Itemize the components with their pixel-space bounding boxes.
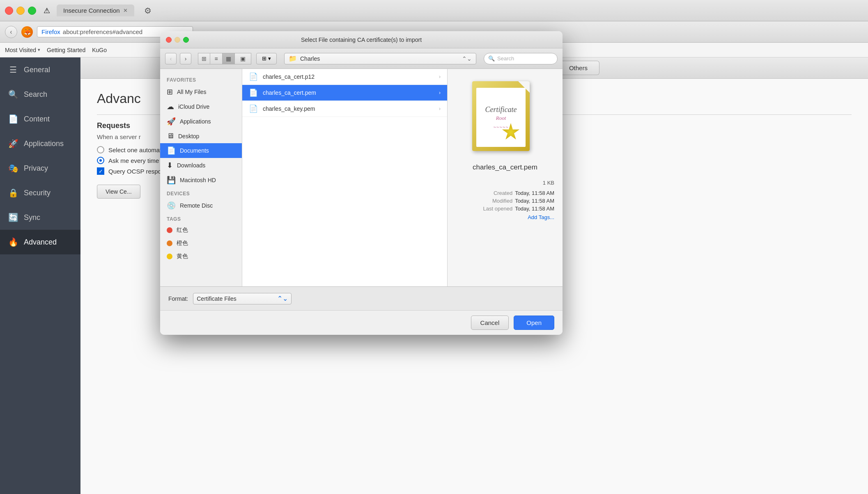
- browser-tab[interactable]: Insecure Connection ✕: [57, 5, 134, 16]
- view-list-button[interactable]: ≡: [210, 53, 223, 64]
- sidebar-tag-orange[interactable]: 橙色: [160, 237, 242, 250]
- preview-filename: charles_ca_cert.pem: [473, 163, 537, 172]
- cancel-button[interactable]: Cancel: [471, 316, 509, 330]
- tab-others[interactable]: Others: [558, 61, 599, 75]
- location-dropdown[interactable]: 📁 Charles ⌃⌄: [284, 53, 476, 64]
- sidebar-label-security: Security: [24, 189, 51, 197]
- cert-text-sub: Root: [496, 115, 506, 121]
- file-row-pem[interactable]: 📄 charles_ca_cert.pem ›: [242, 85, 447, 101]
- favorites-label: Favorites: [160, 74, 242, 85]
- preview-meta: 1 KB Created Today, 11:58 AM Modified To…: [456, 180, 554, 220]
- kugo-label: KuGo: [92, 47, 107, 53]
- minimize-button[interactable]: [16, 7, 25, 15]
- downloads-icon: ⬇: [167, 161, 173, 170]
- maximize-button[interactable]: [28, 7, 36, 15]
- sidebar-item-security[interactable]: 🔒 Security: [0, 181, 80, 205]
- sidebar-label-sync: Sync: [24, 213, 40, 222]
- sidebar-item-general[interactable]: ☰ General: [0, 57, 80, 82]
- getting-started-label: Getting Started: [47, 47, 85, 53]
- tab-close-icon[interactable]: ✕: [123, 7, 128, 14]
- p12-filename: charles_ca_cert.p12: [263, 73, 434, 80]
- sidebar-item-search[interactable]: 🔍 Search: [0, 82, 80, 107]
- view-certificates-button[interactable]: View Ce...: [97, 185, 140, 199]
- tab-others-label: Others: [569, 64, 588, 71]
- modified-value: Today, 11:58 AM: [515, 198, 554, 204]
- key-file-icon: 📄: [249, 104, 258, 113]
- documents-icon: 📄: [167, 146, 176, 155]
- dialog-back-button[interactable]: ‹: [165, 53, 177, 64]
- view-cover-button[interactable]: ▣: [235, 53, 251, 64]
- file-row-key[interactable]: 📄 charles_ca_key.pem ›: [242, 101, 447, 117]
- dialog-traffic-lights: [166, 37, 189, 43]
- kugo-bookmark[interactable]: KuGo: [92, 47, 107, 53]
- sidebar-item-advanced[interactable]: 🔥 Advanced: [0, 230, 80, 254]
- dialog-forward-button[interactable]: ›: [180, 53, 191, 64]
- most-visited-label: Most Visited: [5, 47, 36, 53]
- address-url: about:preferences#advanced: [63, 28, 142, 35]
- content-icon: 📄: [8, 114, 18, 124]
- close-button[interactable]: [5, 7, 13, 15]
- sidebar-item-privacy[interactable]: 🎭 Privacy: [0, 156, 80, 181]
- icloud-label: iCloud Drive: [178, 103, 209, 110]
- open-button[interactable]: Open: [514, 316, 554, 330]
- file-size: 1 KB: [456, 180, 554, 186]
- remote-disc-icon: 💿: [167, 201, 176, 210]
- sidebar-remote-disc[interactable]: 💿 Remote Disc: [160, 198, 242, 213]
- pem-file-icon: 📄: [249, 88, 258, 97]
- general-icon: ☰: [8, 65, 18, 75]
- sidebar-all-my-files[interactable]: ⊞ All My Files: [160, 85, 242, 99]
- sidebar-icloud-drive[interactable]: ☁ iCloud Drive: [160, 99, 242, 114]
- sidebar-applications[interactable]: 🚀 Applications: [160, 114, 242, 129]
- applications-icon: 🚀: [8, 139, 18, 149]
- sidebar-item-sync[interactable]: 🔄 Sync: [0, 205, 80, 230]
- sidebar-label-privacy: Privacy: [24, 164, 48, 173]
- seal-star-icon: [502, 123, 520, 141]
- sidebar-label-search: Search: [24, 90, 47, 99]
- sidebar-label-content: Content: [24, 115, 50, 124]
- share-button[interactable]: ⊞ ▾: [256, 53, 277, 64]
- sidebar-documents[interactable]: 📄 Documents: [160, 143, 242, 158]
- dialog-body: Favorites ⊞ All My Files ☁ iCloud Drive …: [160, 69, 563, 286]
- pem-filename: charles_ca_cert.pem: [263, 89, 434, 96]
- cert-preview-icon: Certificate Root ~~~~~: [472, 81, 538, 155]
- dialog-minimize-button[interactable]: [175, 37, 180, 43]
- dialog-title-bar: Select File containing CA certificate(s)…: [160, 31, 563, 48]
- created-value: Today, 11:58 AM: [515, 190, 554, 196]
- location-arrows-icon: ⌃⌄: [462, 55, 472, 62]
- radio-auto-circle[interactable]: [97, 146, 104, 153]
- applications-file-label: Applications: [180, 118, 211, 125]
- dialog-maximize-button[interactable]: [183, 37, 189, 43]
- checkbox-ocsp-box[interactable]: ✓: [97, 167, 104, 175]
- most-visited-bookmark[interactable]: Most Visited ▾: [5, 47, 40, 53]
- add-tags-link[interactable]: Add Tags...: [528, 214, 554, 220]
- sidebar-desktop[interactable]: 🖥 Desktop: [160, 129, 242, 143]
- cert-paper: Certificate Root ~~~~~: [472, 81, 530, 151]
- sidebar-macintosh-hd[interactable]: 💾 Macintosh HD: [160, 173, 242, 188]
- privacy-icon: 🎭: [8, 163, 18, 173]
- sidebar-downloads[interactable]: ⬇ Downloads: [160, 158, 242, 173]
- search-box[interactable]: 🔍 Search: [484, 53, 558, 64]
- sidebar-item-content[interactable]: 📄 Content: [0, 107, 80, 131]
- view-column-button[interactable]: ▦: [223, 53, 235, 64]
- sidebar-tag-red[interactable]: 红色: [160, 224, 242, 237]
- dialog-close-button[interactable]: [166, 37, 172, 43]
- back-button[interactable]: ‹: [5, 26, 17, 38]
- share-icon: ⊞: [262, 55, 266, 62]
- warning-icon: ⚠: [44, 6, 50, 15]
- folder-icon: 📁: [289, 55, 297, 62]
- getting-started-bookmark[interactable]: Getting Started: [47, 47, 85, 53]
- last-opened-value: Today, 11:58 AM: [515, 206, 554, 212]
- radio-ask-circle[interactable]: [97, 157, 104, 164]
- file-row-p12[interactable]: 📄 charles_ca_cert.p12 ›: [242, 69, 447, 85]
- last-opened-row: Last opened Today, 11:58 AM: [456, 206, 554, 212]
- sidebar-tag-yellow[interactable]: 黄色: [160, 250, 242, 263]
- devices-label: Devices: [160, 188, 242, 198]
- format-select[interactable]: Certificate Files ⌃⌄: [193, 293, 292, 304]
- view-icon-button[interactable]: ⊞: [198, 53, 210, 64]
- sidebar-item-applications[interactable]: 🚀 Applications: [0, 131, 80, 156]
- desktop-label: Desktop: [178, 133, 199, 140]
- gear-icon[interactable]: ⚙: [144, 6, 152, 16]
- cert-text-main: Certificate: [485, 105, 517, 114]
- dropdown-icon: ▾: [38, 47, 40, 53]
- icloud-icon: ☁: [167, 102, 174, 111]
